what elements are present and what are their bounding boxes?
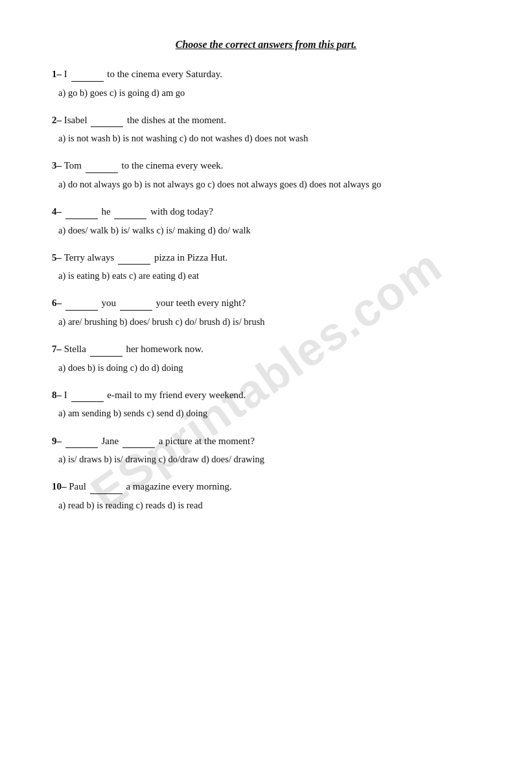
blank2-q6	[120, 295, 152, 311]
options-q5: a) is eating b) eats c) are eating d) ea…	[58, 268, 480, 283]
options-q10: a) read b) is reading c) reads d) is rea…	[58, 498, 480, 513]
blank1-q7	[90, 341, 122, 357]
question-text-9: 9– Jane a picture at the moment?	[52, 433, 480, 449]
question-num-2: 2–	[52, 115, 64, 125]
question-text-2: 2– Isabel the dishes at the moment.	[52, 112, 480, 128]
question-block-2: 2– Isabel the dishes at the moment.a) is…	[52, 112, 480, 147]
question-block-4: 4– he with dog today?a) does/ walk b) is…	[52, 204, 480, 238]
options-q7: a) does b) is doing c) do d) doing	[58, 361, 480, 375]
options-q2: a) is not wash b) is not washing c) do n…	[58, 131, 480, 146]
blank1-q3	[86, 158, 118, 173]
question-text-10: 10– Paul a magazine every morning.	[52, 479, 480, 494]
question-block-1: 1– I to the cinema every Saturday.a) go …	[52, 66, 480, 101]
question-block-3: 3– Tom to the cinema every week.a) do no…	[52, 158, 480, 192]
question-num-4: 4–	[52, 206, 64, 217]
blank2-q4	[114, 204, 146, 219]
blank1-q5	[118, 250, 150, 265]
question-num-5: 5–	[52, 252, 64, 263]
options-q3: a) do not always go b) is not always go …	[58, 177, 480, 192]
options-q6: a) are/ brushing b) does/ brush c) do/ b…	[58, 314, 480, 329]
question-text-1: 1– I to the cinema every Saturday.	[52, 66, 480, 82]
question-num-8: 8–	[52, 390, 64, 400]
question-block-10: 10– Paul a magazine every morning.a) rea…	[52, 479, 480, 513]
question-text-5: 5– Terry always pizza in Pizza Hut.	[52, 250, 480, 265]
blank1-q8	[71, 387, 104, 403]
question-num-1: 1–	[52, 69, 64, 79]
question-block-9: 9– Jane a picture at the moment?a) is/ d…	[52, 433, 480, 468]
blank1-q10	[90, 479, 122, 494]
options-q1: a) go b) goes c) is going d) am go	[58, 86, 480, 101]
question-block-5: 5– Terry always pizza in Pizza Hut.a) is…	[52, 250, 480, 284]
blank1-q6	[65, 295, 98, 311]
question-num-9: 9–	[52, 436, 64, 446]
question-text-7: 7– Stella her homework now.	[52, 341, 480, 357]
question-text-3: 3– Tom to the cinema every week.	[52, 158, 480, 173]
question-text-4: 4– he with dog today?	[52, 204, 480, 219]
blank1-q1	[71, 66, 104, 82]
blank2-q9	[122, 433, 155, 449]
blank1-q2	[91, 112, 123, 128]
question-text-6: 6– you your teeth every night?	[52, 295, 480, 311]
question-block-8: 8– I e-mail to my friend every weekend.a…	[52, 387, 480, 421]
question-block-7: 7– Stella her homework now.a) does b) is…	[52, 341, 480, 375]
question-num-10: 10–	[52, 481, 69, 492]
question-text-8: 8– I e-mail to my friend every weekend.	[52, 387, 480, 403]
page-title: Choose the correct answers from this par…	[52, 39, 480, 51]
blank1-q9	[65, 433, 98, 449]
blank1-q4	[65, 204, 98, 219]
options-q8: a) am sending b) sends c) send d) doing	[58, 406, 480, 421]
options-q9: a) is/ draws b) is/ drawing c) do/draw d…	[58, 452, 480, 467]
question-num-6: 6–	[52, 298, 64, 308]
question-num-7: 7–	[52, 344, 64, 354]
question-num-3: 3–	[52, 160, 64, 171]
question-block-6: 6– you your teeth every night?a) are/ br…	[52, 295, 480, 329]
options-q4: a) does/ walk b) is/ walks c) is/ making…	[58, 223, 480, 238]
